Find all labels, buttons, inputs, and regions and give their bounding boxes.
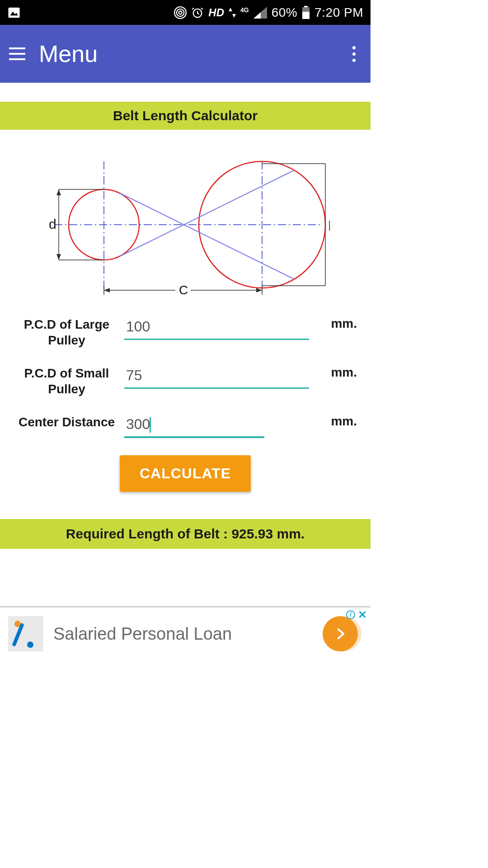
svg-marker-31 <box>104 288 110 292</box>
svg-point-2 <box>179 11 182 14</box>
svg-point-3 <box>177 9 184 16</box>
input-center-distance[interactable]: 300 <box>124 414 264 438</box>
svg-marker-23 <box>56 189 61 195</box>
row-center-distance: Center Distance 300 mm. <box>14 414 357 438</box>
row-small-pulley: P.C.D of Small Pulley mm. <box>14 365 357 397</box>
section-title: Belt Length Calculator <box>0 102 371 130</box>
overflow-menu-icon[interactable] <box>348 42 361 66</box>
diagram-label-C: C <box>179 283 188 297</box>
picture-icon <box>7 6 21 19</box>
signal-icon <box>253 7 267 19</box>
chevron-right-icon <box>333 626 348 642</box>
diagram-label-d: d <box>49 217 56 231</box>
ad-info-icon[interactable]: i <box>346 610 355 619</box>
ad-close-icon[interactable]: ✕ <box>358 609 367 620</box>
svg-rect-0 <box>9 7 20 18</box>
result-bar: Required Length of Belt : 925.93 mm. <box>0 519 371 549</box>
hotspot-icon <box>174 6 187 19</box>
status-bar: HD 4G 60% 7:20 PM <box>0 0 371 25</box>
battery-percent-label: 60% <box>272 5 298 20</box>
hamburger-icon[interactable] <box>9 47 25 60</box>
row-large-pulley: P.C.D of Large Pulley mm. <box>14 316 357 348</box>
svg-rect-12 <box>302 12 310 19</box>
data-arrows-icon <box>229 7 236 19</box>
hd-indicator: HD <box>208 6 224 19</box>
unit-center-distance: mm. <box>331 414 357 429</box>
text-cursor <box>150 417 151 433</box>
svg-rect-10 <box>304 6 308 7</box>
input-form: P.C.D of Large Pulley mm. P.C.D of Small… <box>0 316 371 492</box>
ad-banner[interactable]: i ✕ Salaried Personal Loan <box>0 606 371 660</box>
network-type-label: 4G <box>240 6 249 14</box>
svg-marker-24 <box>56 254 61 260</box>
battery-icon <box>302 6 310 19</box>
input-center-distance-value: 300 <box>126 416 150 433</box>
ad-cta-button[interactable] <box>323 616 358 651</box>
diagram-label-D: D <box>328 217 330 234</box>
label-large-pulley: P.C.D of Large Pulley <box>14 316 124 348</box>
svg-marker-7 <box>232 14 236 18</box>
label-small-pulley: P.C.D of Small Pulley <box>14 365 124 397</box>
alarm-icon <box>191 6 204 19</box>
svg-line-18 <box>120 193 294 279</box>
label-center-distance: Center Distance <box>14 414 124 430</box>
ad-logo <box>8 616 43 651</box>
svg-line-19 <box>120 170 294 256</box>
svg-marker-6 <box>229 8 232 11</box>
app-title: Menu <box>39 40 98 67</box>
svg-marker-32 <box>256 288 262 292</box>
clock-label: 7:20 PM <box>314 5 363 20</box>
input-small-pulley[interactable] <box>124 365 309 389</box>
input-large-pulley[interactable] <box>124 316 309 340</box>
calculate-button[interactable]: CALCULATE <box>120 455 251 492</box>
ad-text: Salaried Personal Loan <box>53 624 232 644</box>
unit-large-pulley: mm. <box>331 316 357 331</box>
unit-small-pulley: mm. <box>331 365 357 380</box>
svg-marker-9 <box>253 12 261 19</box>
app-bar: Menu <box>0 25 371 83</box>
belt-diagram: d D C <box>0 155 371 308</box>
